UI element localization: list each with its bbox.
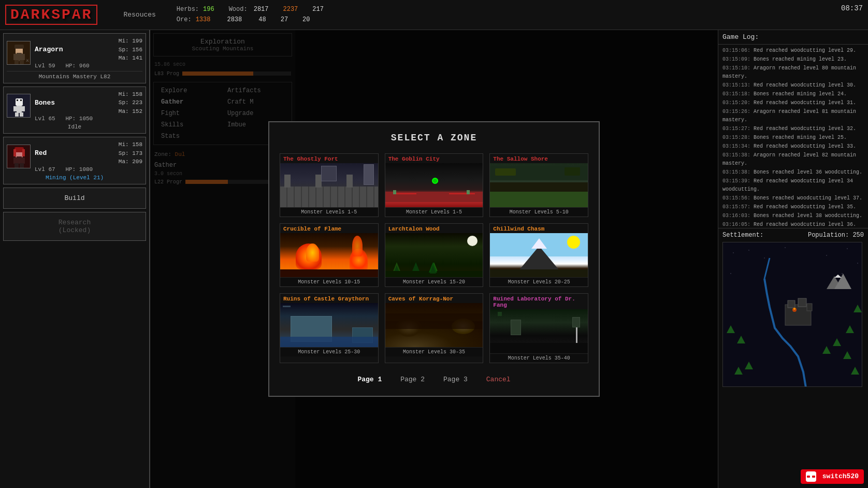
zone-levels-sallow-shore: Monster Levels 5-10 <box>490 207 588 217</box>
svg-rect-54 <box>807 304 812 311</box>
zone-card-crucible[interactable]: Crucible of Flame Monster Levels 10-15 <box>280 223 379 287</box>
zone-levels-castle: Monster Levels 25-30 <box>280 347 378 356</box>
svg-rect-22 <box>22 149 25 156</box>
zone-name-sallow-shore: The Sallow Shore <box>490 154 588 163</box>
zone-image-crucible <box>280 233 378 277</box>
page3-button[interactable]: Page 3 <box>439 374 472 385</box>
svg-point-31 <box>764 257 765 259</box>
zone-card-larchtalon[interactable]: Larchtalon Wood Monster Levels 15-20 <box>385 223 484 287</box>
log-entry-4: 03:15:18: Bones reached mining level 24. <box>722 90 864 98</box>
zone-grid: The Ghostly Fort Monster Levels 1-5 The … <box>280 153 588 363</box>
svg-rect-15 <box>21 106 25 111</box>
cancel-button[interactable]: Cancel <box>482 374 515 385</box>
log-entry-1: 03:15:09: Bones reached mining level 23. <box>722 55 864 64</box>
zone-levels-ghostly-fort: Monster Levels 1-5 <box>280 207 378 217</box>
log-entry-15: 03:16:03: Bones reached level 38 woodcut… <box>722 212 864 220</box>
log-entry-5: 03:15:20: Red reached woodcutting level … <box>722 99 864 107</box>
svg-rect-4 <box>13 54 18 60</box>
log-entry-2: 03:15:10: Aragorn reached level 80 mount… <box>722 64 864 81</box>
log-entry-6: 03:15:26: Aragorn reached level 81 mount… <box>722 108 864 124</box>
log-entry-0: 03:15:06: Red reached woodcutting level … <box>722 47 864 55</box>
log-entry-3: 03:15:13: Red reached woodcutting level … <box>722 81 864 90</box>
zone-image-goblin-city <box>385 163 483 207</box>
herbs-value: 196 <box>203 5 214 15</box>
zone-levels-goblin-city: Monster Levels 1-5 <box>385 207 483 217</box>
zone-name-larchtalon: Larchtalon Wood <box>385 224 483 233</box>
char-name-aragorn: Aragorn <box>35 46 63 53</box>
top-bar: DARKSPAR Resouces Herbs: 196 Wood: 2817 … <box>0 0 868 30</box>
build-button[interactable]: Build <box>3 188 146 209</box>
research-button[interactable]: Research(Locked) <box>3 212 146 241</box>
svg-rect-21 <box>13 149 16 156</box>
zone-image-caves <box>385 303 483 347</box>
page2-button[interactable]: Page 2 <box>396 374 429 385</box>
ore-value5: 20 <box>302 15 310 25</box>
character-card-red[interactable]: Red Mi: 158Sp: 173Ma: 209 Lvl 67 HP: 108… <box>3 137 146 184</box>
red-status: Mining (Level 21) <box>7 175 142 181</box>
zone-image-castle <box>280 303 378 347</box>
herbs-label: Herbs: <box>177 5 199 15</box>
switch-badge: switch520 <box>801 469 864 484</box>
svg-rect-53 <box>798 298 806 307</box>
ore-value2: 2838 <box>227 15 242 25</box>
bones-status: Idle <box>7 124 142 130</box>
log-entry-12: 03:15:39: Red reached woodcutting level … <box>722 177 864 194</box>
zone-levels-larchtalon: Monster Levels 15-20 <box>385 277 483 286</box>
svg-point-30 <box>748 250 749 251</box>
char-name-red: Red <box>35 149 47 157</box>
zone-image-larchtalon <box>385 233 483 277</box>
zone-card-castle[interactable]: Ruins of Castle Graythorn Monster Levels… <box>280 293 379 363</box>
wood-value1: 2817 <box>254 5 269 15</box>
zone-card-sallow-shore[interactable]: The Sallow Shore Monster Levels 5-10 <box>489 153 588 217</box>
zone-name-goblin-city: The Goblin City <box>385 154 483 163</box>
svg-point-37 <box>842 273 843 274</box>
zone-card-chillwind[interactable]: Chillwind Chasm Monster Levels 20-25 <box>489 223 588 287</box>
svg-rect-10 <box>17 99 18 101</box>
zone-name-caves: Caves of Korrag-Nor <box>385 294 483 303</box>
ore-value3: 48 <box>258 15 266 25</box>
character-card-aragorn[interactable]: Aragorn Mi: 199Sp: 156Ma: 141 Lvl 59 HP:… <box>3 33 146 83</box>
svg-rect-12 <box>16 104 22 105</box>
zone-levels-crucible: Monster Levels 10-15 <box>280 277 378 286</box>
wood-label: Wood: <box>229 5 248 15</box>
svg-rect-16 <box>15 112 19 117</box>
ore-value: 1338 <box>196 15 211 25</box>
modal-overlay: SELECT A ZONE The Ghostly Fort Monster L… <box>150 30 718 488</box>
zone-image-sallow-shore <box>490 163 588 207</box>
svg-rect-52 <box>788 300 795 308</box>
log-entry-11: 03:15:38: Bones reached level 36 woodcut… <box>722 168 864 177</box>
log-entry-8: 03:15:28: Bones reached mining level 25. <box>722 134 864 142</box>
character-card-bones[interactable]: Bones Mi: 158Sp: 223Ma: 152 Lvl 65 HP: 1… <box>3 87 146 134</box>
left-panel: Aragorn Mi: 199Sp: 156Ma: 141 Lvl 59 HP:… <box>0 30 150 488</box>
avatar-aragorn <box>7 41 31 65</box>
svg-point-35 <box>857 263 858 264</box>
herbs-group: Herbs: 196 Wood: 2817 2237 217 Ore: 1338… <box>177 5 324 24</box>
svg-point-56 <box>793 308 795 310</box>
zone-name-chillwind: Chillwind Chasm <box>490 224 588 233</box>
zone-levels-chillwind: Monster Levels 20-25 <box>490 277 588 286</box>
settlement-section: Settlement: Population: 250 <box>718 228 868 390</box>
svg-point-33 <box>826 255 827 256</box>
char-info-red: Red Mi: 158Sp: 173Ma: 209 Lvl 67 HP: 108… <box>35 140 142 173</box>
log-entry-10: 03:15:38: Aragorn reached level 82 mount… <box>722 151 864 168</box>
modal-pagination: Page 1 Page 2 Page 3 Cancel <box>280 374 588 385</box>
page1-button[interactable]: Page 1 <box>353 374 386 385</box>
population-display: Population: 250 <box>808 232 864 239</box>
ore-label: Ore: <box>177 15 192 25</box>
zone-card-ghostly-fort[interactable]: The Ghostly Fort Monster Levels 1-5 <box>280 153 379 217</box>
zone-card-caves[interactable]: Caves of Korrag-Nor Monster Levels 30-35 <box>385 293 484 363</box>
right-panel: Game Log: 03:15:06: Red reached woodcutt… <box>718 30 868 488</box>
svg-rect-27 <box>20 163 24 168</box>
game-logo: DARKSPAR <box>5 5 97 25</box>
svg-point-36 <box>730 273 731 274</box>
zone-card-goblin-city[interactable]: The Goblin City Monster Levels 1-5 <box>385 153 484 217</box>
svg-point-32 <box>785 247 786 248</box>
zone-card-lab[interactable]: Ruined Laboratory of Dr. Fang Monster Le… <box>489 293 588 363</box>
svg-point-29 <box>733 252 734 253</box>
char-info-bones: Bones Mi: 158Sp: 223Ma: 152 Lvl 65 HP: 1… <box>35 90 142 122</box>
svg-rect-5 <box>21 54 25 60</box>
zone-image-ghostly-fort <box>280 163 378 207</box>
char-stats-aragorn: Mi: 199Sp: 156Ma: 141 <box>119 37 142 63</box>
modal-title: SELECT A ZONE <box>280 133 588 143</box>
zone-name-crucible: Crucible of Flame <box>280 224 378 233</box>
